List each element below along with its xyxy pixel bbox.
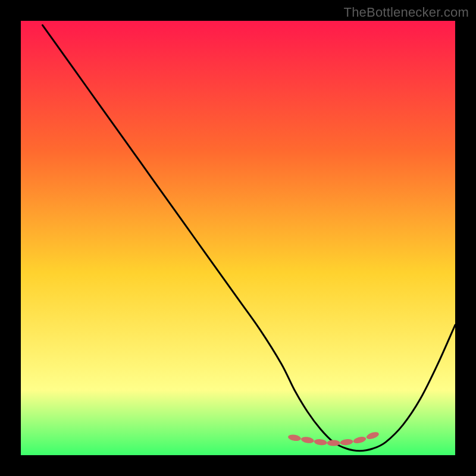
plot-area	[21, 21, 455, 455]
chart-container: TheBottlenecker.com	[0, 0, 476, 476]
highlight-marker	[327, 440, 340, 446]
source-attribution: TheBottlenecker.com	[344, 5, 469, 20]
bottleneck-chart	[21, 21, 455, 455]
